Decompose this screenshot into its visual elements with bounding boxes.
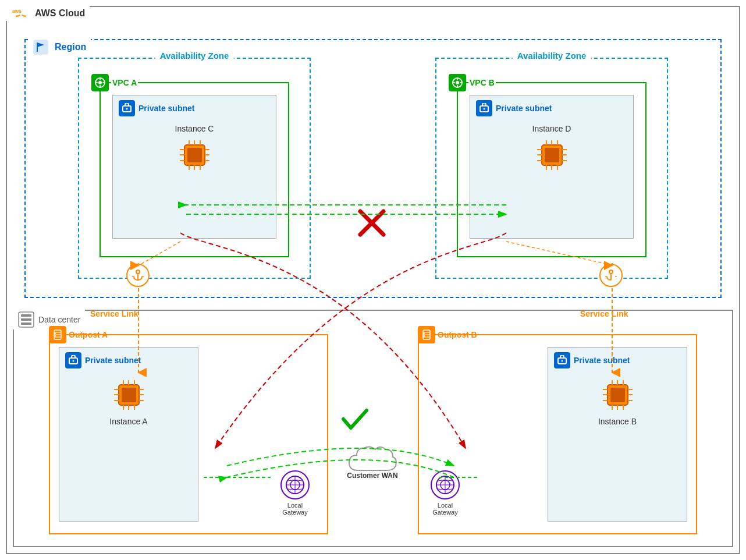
local-gw-b-label: LocalGateway	[432, 502, 457, 516]
vpc-b-label: VPC B	[468, 78, 496, 87]
region-box: Region Availability Zone VPC A	[24, 39, 722, 298]
datacenter-label: Data center	[38, 315, 80, 324]
svg-point-70	[73, 360, 74, 362]
customer-wan: Customer WAN	[343, 442, 402, 480]
svg-point-38	[456, 81, 459, 84]
aws-cloud-header: aws AWS Cloud	[6, 6, 90, 21]
outpost-a-header: Outpost A	[49, 326, 108, 343]
subnet-b-icon	[554, 352, 570, 368]
svg-rect-60	[21, 314, 31, 317]
subnet-c-icon	[119, 100, 135, 116]
svg-point-22	[126, 108, 128, 110]
subnet-c-box: Private subnet Instance C	[112, 95, 276, 239]
diagram-container: aws AWS Cloud Region Availability Zone	[0, 0, 746, 560]
subnet-d-label: Private subnet	[496, 104, 552, 113]
subnet-c-label: Private subnet	[138, 104, 194, 113]
outpost-b-header: Outpost B	[418, 326, 477, 343]
outpost-a-label: Outpost A	[69, 330, 108, 339]
vpc-a-icon	[91, 74, 109, 91]
az-label-left: Availability Zone	[155, 51, 234, 61]
subnet-a-icon	[65, 352, 81, 368]
svg-rect-61	[21, 318, 31, 321]
subnet-c-header: Private subnet	[113, 95, 276, 121]
x-mark-icon	[357, 208, 386, 238]
outpost-b-icon	[418, 326, 435, 343]
instance-b-label: Instance B	[548, 417, 687, 426]
instance-c-label: Instance C	[113, 124, 276, 133]
svg-rect-13	[34, 40, 48, 54]
anchor-right-icon	[599, 264, 623, 287]
anchor-left-icon	[126, 264, 150, 287]
local-gw-a-icon	[280, 470, 310, 499]
chip-a-icon	[113, 379, 145, 411]
subnet-b-label: Private subnet	[574, 356, 630, 365]
subnet-a-header: Private subnet	[59, 348, 198, 373]
svg-point-44	[484, 108, 485, 110]
aws-cloud-label: AWS Cloud	[35, 8, 85, 19]
check-mark-icon	[340, 405, 370, 434]
chip-b-icon	[602, 379, 634, 411]
az-label-right: Availability Zone	[513, 51, 591, 61]
subnet-a-label: Private subnet	[85, 356, 141, 365]
az-box-right: Availability Zone VPC B	[435, 58, 668, 279]
vpc-a-header: VPC A	[91, 74, 138, 91]
chip-d-icon	[536, 139, 568, 171]
local-gw-a-label: LocalGateway	[282, 502, 307, 516]
svg-rect-24	[187, 148, 202, 162]
subnet-d-header: Private subnet	[470, 95, 633, 121]
instance-d-label: Instance D	[470, 124, 633, 133]
subnet-d-icon	[476, 100, 492, 116]
customer-wan-label: Customer WAN	[347, 472, 397, 480]
svg-rect-102	[610, 388, 625, 402]
vpc-a-label: VPC A	[111, 78, 138, 87]
local-gw-a: LocalGateway	[280, 470, 310, 516]
subnet-b-header: Private subnet	[548, 348, 687, 373]
region-header: Region	[30, 39, 91, 55]
subnet-b-box: Private subnet	[548, 347, 687, 522]
instance-a-label: Instance A	[59, 417, 198, 426]
svg-point-115	[136, 270, 140, 274]
service-link-right-label: Service Link	[580, 309, 628, 319]
svg-point-100	[562, 360, 563, 362]
svg-text:aws: aws	[12, 8, 22, 14]
datacenter-icon	[17, 311, 35, 328]
chip-c-icon	[179, 139, 211, 171]
svg-rect-62	[21, 322, 31, 325]
vpc-b-icon	[449, 74, 466, 91]
svg-point-68	[55, 335, 56, 336]
vpc-a-box: VPC A Private subnet Instance C	[100, 82, 289, 257]
subnet-d-box: Private subnet Instance D	[470, 95, 634, 239]
svg-point-94	[424, 335, 425, 336]
service-link-left-label: Service Link	[90, 309, 138, 319]
region-icon	[33, 39, 49, 55]
vpc-b-header: VPC B	[449, 74, 496, 91]
svg-point-119	[609, 270, 613, 274]
outpost-b-label: Outpost B	[438, 330, 477, 339]
subnet-a-box: Private subnet	[59, 347, 198, 522]
svg-point-93	[424, 333, 425, 334]
svg-rect-72	[122, 388, 136, 402]
outpost-a-box: Outpost A Private subnet	[49, 334, 328, 534]
aws-logo-icon: aws	[10, 7, 31, 20]
svg-point-67	[55, 333, 56, 334]
vpc-b-box: VPC B Private subnet Instance D	[457, 82, 646, 257]
svg-rect-46	[545, 148, 559, 162]
local-gw-b-icon	[431, 470, 460, 499]
az-box-left: Availability Zone VPC A	[78, 58, 311, 279]
datacenter-box: Data center Outpost A Private su	[13, 310, 733, 547]
local-gw-b: LocalGateway	[431, 470, 460, 516]
region-label: Region	[52, 42, 88, 52]
svg-point-16	[98, 81, 102, 84]
outpost-b-box: Outpost B LocalGateway	[418, 334, 697, 534]
outpost-a-icon	[49, 326, 66, 343]
